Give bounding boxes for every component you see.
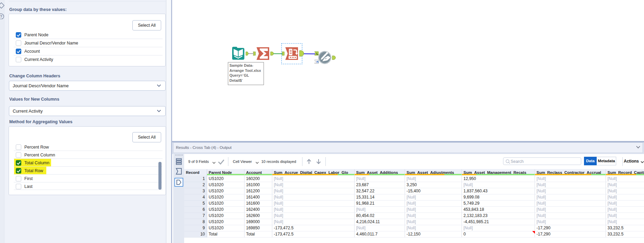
svg-text:L: L: [317, 52, 319, 55]
svg-text:R: R: [317, 60, 319, 64]
svg-text:Arrange Tool.xlsx: Arrange Tool.xlsx: [229, 68, 261, 73]
svg-text:Query=`GL: Query=`GL: [229, 73, 249, 77]
svg-text:Detail$`: Detail$`: [229, 78, 243, 82]
svg-text:?: ?: [0, 14, 2, 18]
svg-text:Sample Data-: Sample Data-: [229, 63, 253, 67]
